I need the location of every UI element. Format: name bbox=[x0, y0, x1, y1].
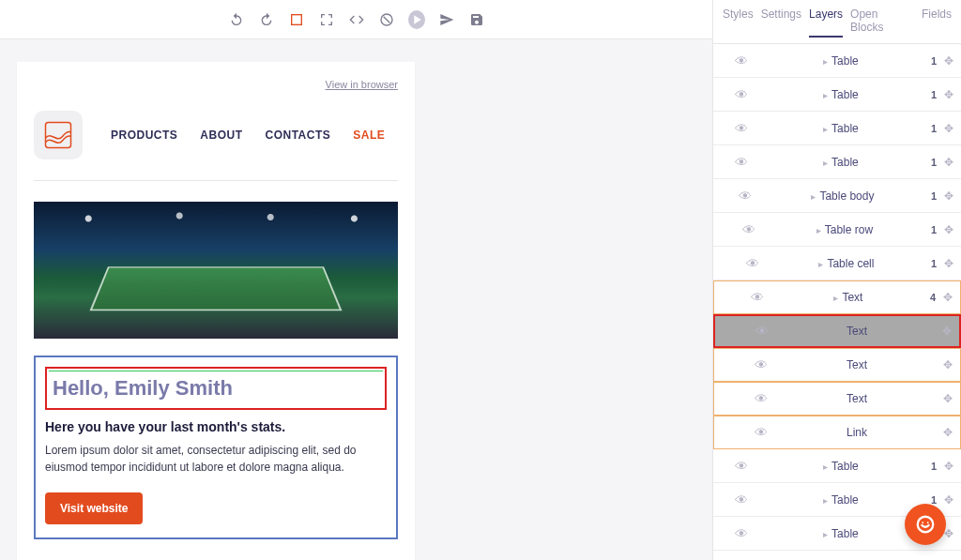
sidebar-tabs: Styles Settings Layers Open Blocks Field… bbox=[713, 0, 961, 44]
move-handle-icon[interactable]: ✥ bbox=[943, 426, 953, 439]
selected-text-block[interactable]: Hello, Emily Smith Here you have your la… bbox=[34, 356, 398, 539]
tab-open-blocks[interactable]: Open Blocks bbox=[850, 8, 914, 38]
svg-point-4 bbox=[918, 517, 934, 533]
layer-row[interactable]: 👁▸Table cell1✥ bbox=[713, 247, 961, 280]
chat-widget-button[interactable] bbox=[905, 504, 946, 545]
layer-row[interactable]: 👁▸Table body1✥ bbox=[713, 179, 961, 213]
move-handle-icon[interactable]: ✥ bbox=[944, 189, 953, 203]
layer-label: Link bbox=[770, 426, 943, 439]
layer-label: ▸Table bbox=[751, 88, 931, 101]
visibility-toggle-icon[interactable]: 👁 bbox=[732, 155, 751, 170]
move-handle-icon[interactable]: ✥ bbox=[944, 257, 953, 270]
outline-toggle-icon[interactable] bbox=[288, 11, 305, 28]
move-handle-icon[interactable]: ✥ bbox=[944, 156, 953, 169]
body-text[interactable]: Lorem ipsum dolor sit amet, consectetur … bbox=[45, 442, 387, 476]
expand-caret-icon[interactable]: ▸ bbox=[823, 124, 828, 134]
layer-label: ▸Table body bbox=[755, 189, 931, 203]
greeting-element[interactable]: Hello, Emily Smith bbox=[45, 367, 387, 410]
clear-canvas-icon[interactable] bbox=[378, 11, 395, 28]
visibility-toggle-icon[interactable]: 👁 bbox=[732, 121, 751, 136]
hero-image[interactable] bbox=[34, 202, 398, 339]
move-handle-icon[interactable]: ✥ bbox=[944, 460, 953, 473]
tab-fields[interactable]: Fields bbox=[922, 8, 952, 38]
preview-icon[interactable] bbox=[408, 11, 425, 28]
subheading[interactable]: Here you have your last month's stats. bbox=[45, 419, 387, 434]
layer-label: ▸Table bbox=[751, 493, 931, 507]
tab-styles[interactable]: Styles bbox=[723, 8, 754, 38]
send-icon[interactable] bbox=[438, 11, 455, 28]
nav-contacts[interactable]: CONTACTS bbox=[266, 129, 331, 142]
save-icon[interactable] bbox=[468, 11, 485, 28]
move-handle-icon[interactable]: ✥ bbox=[942, 325, 952, 338]
layer-label: Text bbox=[770, 392, 943, 405]
layer-label: ▸Table bbox=[751, 156, 931, 169]
visibility-toggle-icon[interactable]: 👁 bbox=[736, 189, 755, 204]
expand-caret-icon[interactable]: ▸ bbox=[823, 90, 828, 100]
layer-row[interactable]: 👁Text✥ bbox=[713, 382, 961, 416]
move-handle-icon[interactable]: ✥ bbox=[944, 223, 953, 236]
fullscreen-icon[interactable] bbox=[318, 11, 335, 28]
move-handle-icon[interactable]: ✥ bbox=[943, 291, 953, 304]
move-handle-icon[interactable]: ✥ bbox=[944, 54, 953, 68]
children-count: 1 bbox=[931, 461, 937, 472]
undo-icon[interactable] bbox=[228, 11, 245, 28]
expand-caret-icon[interactable]: ▸ bbox=[816, 225, 821, 235]
tab-layers[interactable]: Layers bbox=[809, 8, 843, 38]
layer-row[interactable]: 👁▸Table1✥ bbox=[713, 78, 961, 112]
expand-caret-icon[interactable]: ▸ bbox=[823, 158, 828, 168]
layer-row[interactable]: 👁Link✥ bbox=[713, 416, 961, 449]
layer-row[interactable]: 👁Text✥ bbox=[713, 314, 961, 348]
move-handle-icon[interactable]: ✥ bbox=[944, 122, 953, 135]
cta-button[interactable]: Visit website bbox=[45, 492, 143, 524]
visibility-toggle-icon[interactable]: 👁 bbox=[732, 53, 751, 68]
move-handle-icon[interactable]: ✥ bbox=[944, 88, 953, 101]
visibility-toggle-icon[interactable]: 👁 bbox=[752, 425, 770, 440]
email-card[interactable]: View in browser PRODUCTS ABOUT CONTACTS … bbox=[17, 62, 415, 560]
children-count: 1 bbox=[931, 55, 937, 67]
visibility-toggle-icon[interactable]: 👁 bbox=[752, 357, 770, 372]
nav-products[interactable]: PRODUCTS bbox=[111, 129, 177, 142]
redo-icon[interactable] bbox=[258, 11, 275, 28]
layer-row[interactable]: 👁▸Table1✥ bbox=[713, 449, 961, 483]
layer-label: ▸Table bbox=[751, 527, 931, 540]
layer-row[interactable]: 👁▸Table1✥ bbox=[713, 112, 961, 145]
expand-caret-icon[interactable]: ▸ bbox=[811, 191, 816, 202]
expand-caret-icon[interactable]: ▸ bbox=[823, 56, 828, 67]
code-view-icon[interactable] bbox=[348, 11, 365, 28]
expand-caret-icon[interactable]: ▸ bbox=[818, 259, 823, 269]
visibility-toggle-icon[interactable]: 👁 bbox=[752, 391, 770, 406]
view-in-browser-link[interactable]: View in browser bbox=[34, 79, 398, 90]
expand-caret-icon[interactable]: ▸ bbox=[823, 529, 828, 539]
visibility-toggle-icon[interactable]: 👁 bbox=[743, 256, 762, 271]
layer-label: Text bbox=[771, 325, 942, 338]
nav-sale[interactable]: SALE bbox=[353, 129, 385, 142]
layer-row[interactable]: 👁▸Table1✥ bbox=[713, 44, 961, 78]
move-handle-icon[interactable]: ✥ bbox=[943, 358, 953, 371]
layers-panel: 👁▸Table1✥👁▸Table1✥👁▸Table1✥👁▸Table1✥👁▸Ta… bbox=[713, 44, 961, 560]
children-count: 1 bbox=[931, 258, 937, 269]
move-handle-icon[interactable]: ✥ bbox=[944, 493, 953, 507]
brand-logo[interactable] bbox=[34, 111, 83, 159]
visibility-toggle-icon[interactable]: 👁 bbox=[732, 459, 751, 474]
top-toolbar bbox=[0, 0, 712, 39]
layer-row[interactable]: 👁▸Text4✥ bbox=[713, 280, 961, 314]
layer-row[interactable]: 👁▸Table row1✥ bbox=[713, 213, 961, 247]
canvas[interactable]: View in browser PRODUCTS ABOUT CONTACTS … bbox=[0, 39, 712, 560]
expand-caret-icon[interactable]: ▸ bbox=[823, 462, 828, 472]
visibility-toggle-icon[interactable]: 👁 bbox=[732, 87, 751, 102]
nav-about[interactable]: ABOUT bbox=[200, 129, 242, 142]
expand-caret-icon[interactable]: ▸ bbox=[823, 495, 828, 506]
visibility-toggle-icon[interactable]: 👁 bbox=[748, 290, 767, 305]
children-count: 1 bbox=[931, 157, 937, 168]
visibility-toggle-icon[interactable]: 👁 bbox=[732, 492, 751, 507]
visibility-toggle-icon[interactable]: 👁 bbox=[740, 222, 758, 237]
children-count: 1 bbox=[931, 494, 937, 506]
layer-row[interactable]: 👁▸Table1✥ bbox=[713, 145, 961, 179]
tab-settings[interactable]: Settings bbox=[761, 8, 801, 38]
expand-caret-icon[interactable]: ▸ bbox=[833, 293, 838, 303]
visibility-toggle-icon[interactable]: 👁 bbox=[753, 324, 771, 339]
move-handle-icon[interactable]: ✥ bbox=[943, 392, 953, 405]
layer-label: ▸Table bbox=[751, 460, 931, 473]
visibility-toggle-icon[interactable]: 👁 bbox=[732, 526, 751, 541]
layer-row[interactable]: 👁Text✥ bbox=[713, 348, 961, 382]
